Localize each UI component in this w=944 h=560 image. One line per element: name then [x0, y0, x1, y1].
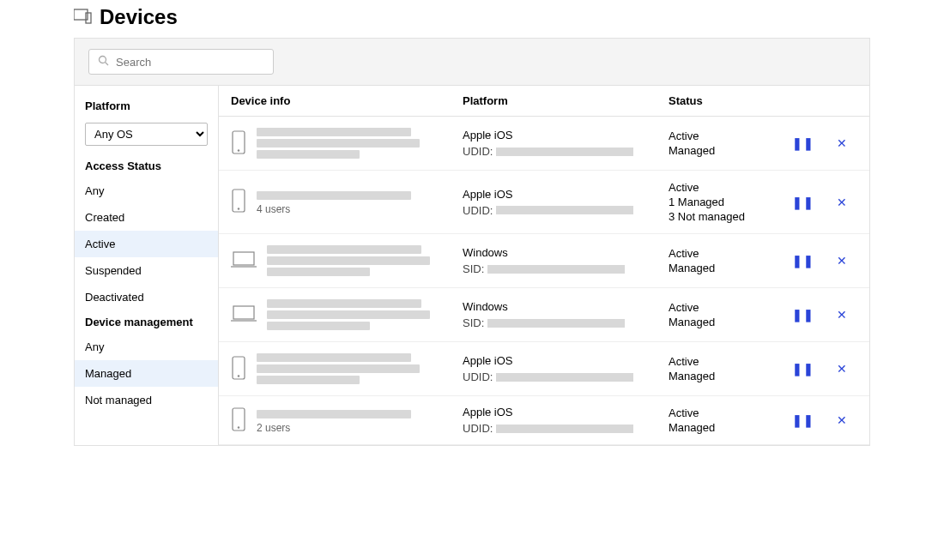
close-button[interactable]: ✕ — [837, 362, 847, 376]
filter-mgmt-any[interactable]: Any — [75, 334, 218, 360]
status-cell: Active1 Managed3 Not managed — [669, 179, 792, 225]
phone-icon — [231, 356, 246, 382]
pause-button[interactable]: ❚❚ — [792, 308, 814, 322]
table-row: Apple iOSUDID:ActiveManaged❚❚✕ — [219, 342, 869, 396]
search-box[interactable] — [88, 49, 274, 75]
pause-button[interactable]: ❚❚ — [792, 254, 814, 268]
filter-access-deactivated[interactable]: Deactivated — [75, 284, 218, 310]
devices-table: Device info Platform Status Apple iOSUDI… — [219, 86, 869, 445]
table-row: WindowsSID:ActiveManaged❚❚✕ — [219, 288, 869, 342]
table-row: Apple iOSUDID:ActiveManaged❚❚✕ — [219, 117, 869, 171]
platform-label: Platform — [75, 94, 218, 117]
filter-access-created[interactable]: Created — [75, 204, 218, 231]
platform-name: Windows — [463, 300, 669, 313]
svg-point-2 — [100, 57, 106, 63]
table-row: 4 usersApple iOSUDID:Active1 Managed3 No… — [219, 171, 869, 234]
filter-mgmt-managed[interactable]: Managed — [75, 360, 218, 387]
svg-point-5 — [238, 149, 239, 151]
id-label: UDID: — [463, 145, 493, 158]
platform-name: Apple iOS — [463, 188, 669, 201]
platform-name: Apple iOS — [463, 406, 669, 418]
id-label: SID: — [463, 262, 484, 275]
col-platform: Platform — [463, 94, 669, 107]
platform-name: Windows — [463, 246, 669, 259]
close-button[interactable]: ✕ — [837, 136, 847, 150]
svg-rect-8 — [233, 252, 254, 265]
page-title: Devices — [100, 5, 178, 29]
svg-line-3 — [106, 63, 109, 66]
platform-name: Apple iOS — [463, 129, 669, 142]
pause-button[interactable]: ❚❚ — [792, 196, 814, 209]
close-button[interactable]: ✕ — [837, 196, 847, 209]
status-cell: ActiveManaged — [669, 353, 792, 384]
phone-icon — [231, 407, 246, 434]
close-button[interactable]: ✕ — [837, 254, 847, 268]
svg-rect-10 — [233, 306, 254, 319]
devices-icon — [74, 8, 94, 27]
col-status: Status — [669, 94, 792, 107]
phone-icon — [231, 189, 246, 215]
col-device-info: Device info — [231, 94, 463, 107]
close-button[interactable]: ✕ — [837, 413, 847, 427]
laptop-icon — [231, 250, 257, 272]
filter-mgmt-not-managed[interactable]: Not managed — [75, 387, 218, 413]
pause-button[interactable]: ❚❚ — [792, 413, 814, 427]
table-row: 2 usersApple iOSUDID:ActiveManaged❚❚✕ — [219, 396, 869, 445]
access-status-label: Access Status — [75, 154, 218, 178]
search-input[interactable] — [116, 56, 264, 69]
svg-point-13 — [238, 375, 239, 376]
close-button[interactable]: ✕ — [837, 308, 847, 322]
id-label: UDID: — [463, 204, 493, 217]
search-icon — [98, 55, 109, 69]
platform-name: Apple iOS — [463, 354, 669, 367]
id-label: UDID: — [463, 370, 493, 383]
svg-point-7 — [238, 208, 239, 209]
pause-button[interactable]: ❚❚ — [792, 362, 814, 376]
filter-access-suspended[interactable]: Suspended — [75, 257, 218, 284]
filter-access-any[interactable]: Any — [75, 178, 218, 204]
device-mgmt-label: Device management — [75, 310, 218, 334]
pause-button[interactable]: ❚❚ — [792, 136, 814, 150]
id-label: UDID: — [463, 422, 493, 435]
id-label: SID: — [463, 316, 484, 329]
platform-select[interactable]: Any OS — [85, 123, 208, 146]
search-bar — [75, 39, 869, 86]
svg-rect-1 — [86, 13, 91, 23]
status-cell: ActiveManaged — [669, 405, 792, 436]
status-cell: ActiveManaged — [669, 245, 792, 276]
status-cell: ActiveManaged — [669, 128, 792, 159]
status-cell: ActiveManaged — [669, 299, 792, 330]
table-row: WindowsSID:ActiveManaged❚❚✕ — [219, 234, 869, 288]
svg-point-15 — [238, 426, 239, 428]
filter-sidebar: Platform Any OS Access Status AnyCreated… — [75, 86, 219, 445]
phone-icon — [231, 130, 246, 157]
filter-access-active[interactable]: Active — [75, 231, 218, 257]
laptop-icon — [231, 304, 257, 326]
